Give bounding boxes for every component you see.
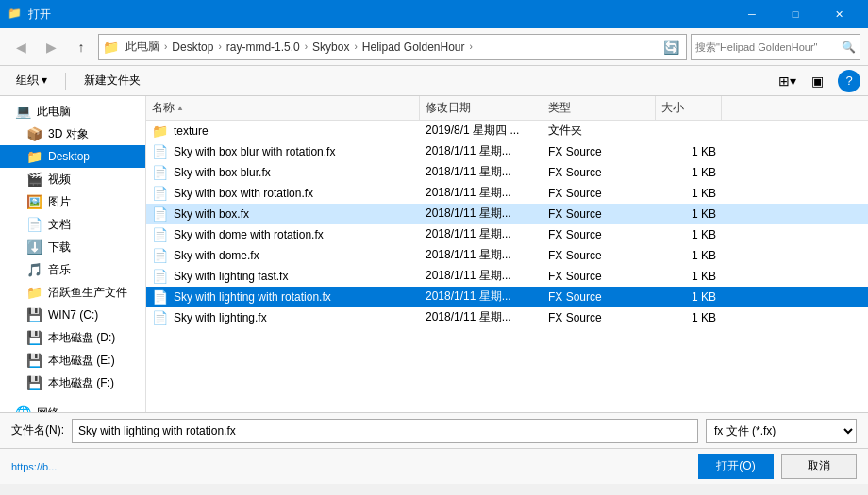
breadcrumb-item-2[interactable]: ray-mmd-1.5.0 [224, 39, 303, 56]
3dobjects-icon: 📦 [26, 126, 42, 141]
table-row[interactable]: 📄 Sky with box blur.fx 2018/1/11 星期... F… [146, 162, 868, 183]
table-row[interactable]: 📁 texture 2019/8/1 星期四 ... 文件夹 [146, 121, 868, 141]
col-header-type[interactable]: 类型 [542, 96, 656, 120]
search-icon: 🔍 [842, 41, 856, 54]
sidebar-label-network: 网络 [37, 405, 138, 413]
up-button[interactable]: ↑ [68, 34, 94, 60]
forward-button[interactable]: ▶ [38, 34, 64, 60]
file-name-text: Sky with lighting with rotation.fx [174, 290, 331, 304]
search-bar[interactable]: 🔍 [691, 34, 860, 60]
sidebar-item-drived[interactable]: 💾 本地磁盘 (D:) [0, 326, 145, 349]
col-header-name[interactable]: 名称▲ [146, 96, 420, 120]
file-icon: 📄 [152, 206, 168, 222]
breadcrumb-item-1[interactable]: Desktop [169, 39, 216, 56]
file-date-cell: 2018/1/11 星期... [420, 206, 542, 222]
file-list-area[interactable]: 名称▲ 修改日期 类型 大小 📁 texture 2019/8/1 星期四 ..… [146, 96, 868, 412]
sidebar-label-documents: 文档 [48, 217, 138, 233]
sidebar: 💻 此电脑 📦 3D 对象 📁 Desktop 🎬 视频 🖼️ 图片 📄 文档 … [0, 96, 146, 412]
title-bar-icon: 📁 [8, 7, 23, 22]
file-date-cell: 2018/1/11 星期... [420, 289, 542, 305]
table-row[interactable]: 📄 Sky with dome.fx 2018/1/11 星期... FX So… [146, 245, 868, 266]
file-type-cell: FX Source [542, 249, 656, 262]
maximize-button[interactable]: □ [774, 0, 817, 28]
file-list-header: 名称▲ 修改日期 类型 大小 [146, 96, 868, 121]
close-button[interactable]: ✕ [817, 0, 860, 28]
search-input[interactable] [695, 41, 842, 53]
sidebar-item-drivee[interactable]: 💾 本地磁盘 (E:) [0, 349, 145, 371]
sidebar-item-computer[interactable]: 💻 此电脑 [0, 100, 145, 123]
breadcrumb-sep-1: › [218, 41, 221, 52]
file-icon: 📄 [152, 248, 168, 263]
breadcrumb-item-0[interactable]: 此电脑 [123, 37, 162, 57]
breadcrumb-item-4[interactable]: Helipad GoldenHour [359, 39, 468, 56]
new-folder-button[interactable]: 新建文件夹 [75, 69, 149, 93]
table-row[interactable]: 📄 Sky with lighting with rotation.fx 201… [146, 287, 868, 307]
refresh-button[interactable]: 🔄 [659, 36, 682, 58]
sidebar-item-desktop[interactable]: 📁 Desktop [0, 145, 145, 168]
custom-icon: 📁 [26, 285, 42, 300]
sidebar-label-computer: 此电脑 [37, 104, 138, 120]
cancel-button[interactable]: 取消 [781, 454, 857, 479]
filetype-select[interactable]: fx 文件 (*.fx) 所有文件 (*.*) [706, 419, 857, 443]
file-date-cell: 2018/1/11 星期... [420, 164, 542, 180]
sidebar-label-pictures: 图片 [48, 194, 138, 210]
table-row[interactable]: 📄 Sky with lighting.fx 2018/1/11 星期... F… [146, 307, 868, 328]
computer-icon: 💻 [15, 104, 31, 119]
file-type-cell: FX Source [542, 145, 656, 158]
sidebar-label-music: 音乐 [48, 262, 138, 278]
breadcrumb-item-3[interactable]: Skybox [309, 39, 352, 56]
main-content: 💻 此电脑 📦 3D 对象 📁 Desktop 🎬 视频 🖼️ 图片 📄 文档 … [0, 96, 868, 412]
open-button[interactable]: 打开(O) [698, 454, 774, 479]
sidebar-item-pictures[interactable]: 🖼️ 图片 [0, 190, 145, 213]
view-options-button[interactable]: ⊞▾ [774, 69, 800, 93]
breadcrumb-sep-0: › [164, 41, 167, 52]
col-header-size[interactable]: 大小 [656, 96, 722, 120]
file-date-cell: 2018/1/11 星期... [420, 268, 542, 284]
table-row[interactable]: 📄 Sky with lighting fast.fx 2018/1/11 星期… [146, 266, 868, 287]
view-controls: ⊞▾ ▣ ? [774, 69, 860, 93]
drivec-icon: 💾 [26, 307, 42, 322]
sidebar-item-network[interactable]: 🌐 网络 [0, 402, 145, 412]
file-date-cell: 2018/1/11 星期... [420, 226, 542, 242]
file-size-cell: 1 KB [656, 207, 722, 221]
breadcrumb-sep-2: › [305, 41, 308, 52]
file-type-cell: FX Source [542, 270, 656, 283]
organize-button[interactable]: 组织 ▾ [8, 69, 56, 93]
table-row[interactable]: 📄 Sky with dome with rotation.fx 2018/1/… [146, 224, 868, 245]
table-row[interactable]: 📄 Sky with box.fx 2018/1/11 星期... FX Sou… [146, 204, 868, 224]
file-name-cell: 📄 Sky with box blur.fx [146, 165, 420, 180]
preview-pane-button[interactable]: ▣ [804, 69, 830, 93]
drived-icon: 💾 [26, 330, 42, 345]
title-bar-title: 打开 [28, 7, 730, 23]
help-button[interactable]: ? [838, 70, 860, 92]
filename-input[interactable] [72, 419, 698, 443]
back-button[interactable]: ◀ [8, 34, 34, 60]
file-size-cell: 1 KB [656, 187, 722, 200]
sidebar-label-drivee: 本地磁盘 (E:) [48, 353, 138, 369]
table-row[interactable]: 📄 Sky with box with rotation.fx 2018/1/1… [146, 183, 868, 204]
file-name-cell: 📄 Sky with dome with rotation.fx [146, 227, 420, 242]
sidebar-item-3dobjects[interactable]: 📦 3D 对象 [0, 123, 145, 145]
breadcrumb-sep-4: › [470, 41, 473, 52]
file-name-cell: 📄 Sky with box blur with rotation.fx [146, 144, 420, 159]
sidebar-item-downloads[interactable]: ⬇️ 下载 [0, 236, 145, 258]
sidebar-item-music[interactable]: 🎵 音乐 [0, 258, 145, 281]
sidebar-item-documents[interactable]: 📄 文档 [0, 213, 145, 236]
sidebar-item-drivef[interactable]: 💾 本地磁盘 (F:) [0, 371, 145, 394]
minimize-button[interactable]: ─ [730, 0, 774, 28]
filename-area: 文件名(N): fx 文件 (*.fx) 所有文件 (*.*) [0, 412, 868, 448]
sidebar-item-custom[interactable]: 📁 沼跃鱼生产文件 [0, 281, 145, 304]
file-name-cell: 📁 texture [146, 124, 420, 139]
col-header-date[interactable]: 修改日期 [420, 96, 542, 120]
file-type-cell: FX Source [542, 228, 656, 241]
address-bar[interactable]: 📁 此电脑 › Desktop › ray-mmd-1.5.0 › Skybox… [98, 34, 687, 60]
file-name-text: Sky with dome with rotation.fx [174, 228, 324, 241]
sidebar-item-videos[interactable]: 🎬 视频 [0, 168, 145, 190]
breadcrumb: 此电脑 › Desktop › ray-mmd-1.5.0 › Skybox ›… [123, 37, 656, 57]
file-type-cell: FX Source [542, 311, 656, 324]
file-size-cell: 1 KB [656, 145, 722, 158]
sidebar-label-videos: 视频 [48, 172, 138, 188]
sidebar-item-drivec[interactable]: 💾 WIN7 (C:) [0, 304, 145, 326]
music-icon: 🎵 [26, 262, 42, 277]
table-row[interactable]: 📄 Sky with box blur with rotation.fx 201… [146, 141, 868, 162]
